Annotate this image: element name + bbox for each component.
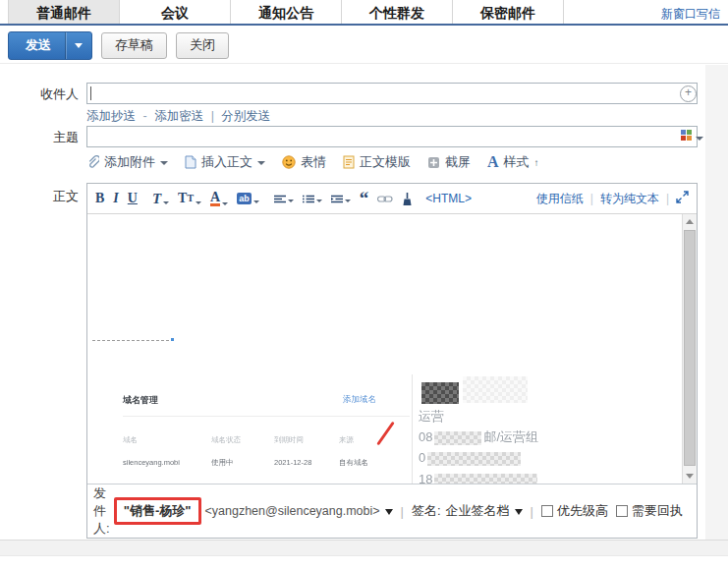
table-cell-source: 自有域名: [339, 458, 368, 468]
highlight-color-button[interactable]: ab: [237, 193, 259, 204]
action-toolbar: 发送 存草稿 关闭: [0, 28, 728, 63]
scrollbar-down-icon[interactable]: [686, 474, 694, 479]
from-name: "销售-杨珍": [124, 503, 192, 518]
table-header: 到期时间: [274, 435, 304, 445]
text-caret: [90, 86, 91, 100]
indent-button[interactable]: [331, 195, 351, 203]
add-attachment-button[interactable]: 添加附件: [86, 153, 168, 171]
editor-scrollbar[interactable]: [682, 214, 697, 484]
body-template-label: 正文模版: [360, 153, 411, 171]
priority-high-checkbox[interactable]: [541, 505, 553, 517]
close-button[interactable]: 关闭: [176, 32, 229, 59]
font-size-button[interactable]: TT: [178, 192, 201, 205]
dropdown-arrow-icon: [257, 161, 265, 165]
blockquote-button[interactable]: “: [360, 194, 369, 203]
dropdown-arrow-icon: [163, 201, 169, 204]
read-receipt-checkbox[interactable]: [616, 505, 628, 517]
insert-body-label: 插入正文: [201, 153, 252, 171]
toolbar-divider: [0, 63, 728, 64]
tag-dropdown-arrow-icon[interactable]: [696, 137, 703, 141]
panel-up-arrow-icon: ↑: [534, 157, 539, 168]
send-button[interactable]: 发送: [8, 31, 92, 60]
add-recipient-plus-icon[interactable]: +: [680, 86, 697, 102]
red-annotation-box: "销售-杨珍": [114, 497, 201, 525]
insert-body-button[interactable]: 插入正文: [185, 153, 265, 171]
table-header: 域名状态: [211, 435, 241, 445]
footer-separator: |: [401, 504, 404, 519]
signature-line: 运营: [419, 408, 444, 426]
add-cc-link[interactable]: 添加抄送: [86, 109, 136, 123]
screenshot-page-title: 域名管理: [123, 394, 158, 407]
scrollbar-up-icon[interactable]: [686, 219, 694, 224]
body-template-button[interactable]: 正文模版: [343, 153, 411, 171]
clear-format-button[interactable]: [402, 193, 413, 205]
attachment-toolbar: 添加附件 插入正文 表情 正文模版 截屏 A 样式 ↑: [86, 149, 539, 175]
align-icon: [274, 195, 286, 203]
indent-icon: [331, 195, 343, 203]
font-color-button[interactable]: A: [210, 192, 228, 206]
screenshot-vertical-divider: [412, 374, 413, 484]
from-label: 发件人:: [93, 484, 112, 538]
screenshot-icon: [427, 156, 440, 169]
signature-value[interactable]: 企业签名档: [446, 502, 510, 520]
smiley-icon: [282, 155, 296, 169]
table-cell-status: 使用中: [211, 458, 234, 468]
add-bcc-link[interactable]: 添加密送: [154, 109, 203, 123]
tab-normal-mail[interactable]: 普通邮件: [8, 0, 120, 24]
insert-link-button[interactable]: [377, 195, 393, 203]
to-plaintext-link[interactable]: 转为纯文本: [600, 191, 659, 207]
signature-dropdown-arrow-icon[interactable]: [515, 509, 523, 515]
tag-grid-icon[interactable]: [681, 130, 692, 141]
save-draft-button[interactable]: 存草稿: [101, 32, 167, 59]
signature-line: 18: [419, 472, 539, 484]
dropdown-arrow-icon: [253, 200, 259, 203]
new-window-compose-link[interactable]: 新窗口写信: [661, 6, 720, 23]
signature-line: 08邮/运营组: [419, 428, 538, 446]
signature-line: 0: [419, 450, 523, 466]
tab-meeting[interactable]: 会议: [120, 0, 231, 24]
sender-row: 发件人: "销售-杨珍" <yangzhen@silenceyang.mobi>…: [87, 484, 697, 538]
tab-confidential-mail[interactable]: 保密邮件: [453, 0, 564, 24]
style-button[interactable]: A 样式 ↑: [487, 153, 539, 171]
align-button[interactable]: [274, 195, 294, 203]
editor-body-area[interactable]: 域名管理 添加域名 域名 域名状态 到期时间 来源 silenceyang.mo…: [87, 214, 697, 484]
screenshot-add-domain-link: 添加域名: [343, 394, 376, 406]
toolbar-separator: |: [666, 192, 669, 205]
scrollbar-thumb[interactable]: [684, 230, 696, 466]
tab-notice[interactable]: 通知公告: [231, 0, 342, 24]
table-cell-domain: silenceyang.mobi: [123, 458, 180, 467]
mosaic-blur-block: [434, 474, 537, 484]
send-dropdown-arrow-icon[interactable]: [66, 32, 91, 59]
mosaic-blur-block: [421, 382, 459, 404]
link-separator: -: [139, 109, 150, 123]
font-family-button[interactable]: T: [152, 192, 169, 205]
editor-format-toolbar: B I U T TT A ab “ <HTML> 使用信纸 | 转为纯文本 |: [87, 184, 697, 214]
dropdown-arrow-icon: [222, 202, 228, 205]
recipient-input[interactable]: [86, 83, 698, 104]
use-stationery-link[interactable]: 使用信纸: [536, 191, 584, 207]
expand-editor-button[interactable]: [676, 191, 689, 206]
html-source-button[interactable]: <HTML>: [425, 192, 472, 205]
bold-button[interactable]: B: [95, 192, 104, 205]
table-cell-expiry: 2021-12-28: [274, 458, 311, 467]
screen-capture-button[interactable]: 截屏: [427, 153, 471, 171]
subject-input[interactable]: [86, 126, 698, 147]
screen-capture-label: 截屏: [445, 153, 471, 171]
link-separator: |: [207, 109, 218, 123]
insert-doc-icon: [185, 155, 196, 169]
send-button-label: 发送: [9, 32, 65, 59]
cc-bcc-links: 添加抄送 - 添加密送 | 分别发送: [86, 108, 270, 125]
emoji-button[interactable]: 表情: [282, 153, 326, 171]
italic-button[interactable]: I: [113, 192, 118, 205]
underline-button[interactable]: U: [128, 192, 138, 205]
expand-icon: [676, 191, 689, 203]
dropdown-arrow-icon: [316, 200, 322, 202]
from-dropdown-arrow-icon[interactable]: [385, 509, 393, 515]
tab-personalized-mass[interactable]: 个性群发: [342, 0, 453, 24]
toolbar-separator: |: [590, 192, 593, 205]
separate-send-link[interactable]: 分别发送: [221, 109, 270, 123]
screenshot-divider: [123, 416, 410, 417]
read-receipt-label: 需要回执: [632, 502, 683, 520]
list-button[interactable]: [303, 195, 322, 203]
compose-tabbar: 普通邮件 会议 通知公告 个性群发 保密邮件: [0, 0, 728, 26]
